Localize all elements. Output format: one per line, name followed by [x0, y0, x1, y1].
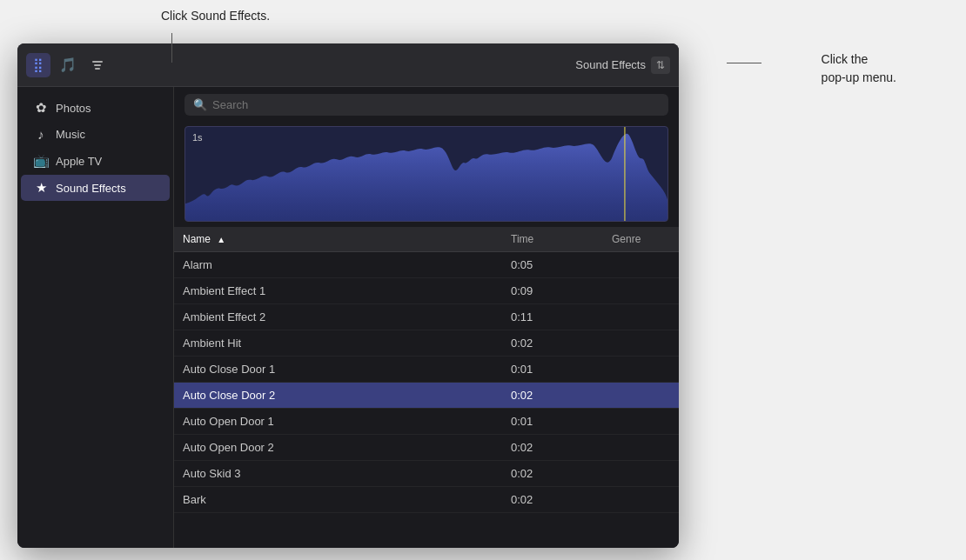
cell-genre [603, 435, 679, 461]
cell-genre [603, 278, 679, 304]
cell-genre [603, 383, 679, 409]
table-row[interactable]: Ambient Effect 1 0:09 [174, 278, 679, 304]
svg-rect-2 [95, 68, 100, 70]
table-row[interactable]: Alarm 0:05 [174, 252, 679, 278]
cell-genre [603, 487, 679, 513]
cell-name: Bark [174, 487, 502, 513]
annotation-line-right [727, 63, 761, 63]
annotation-right-line2: pop-up menu. [822, 70, 896, 84]
soundeffects-icon: ★ [33, 180, 49, 196]
svg-rect-0 [92, 61, 103, 63]
sidebar-label: Apple TV [56, 155, 102, 168]
cell-time: 0:02 [502, 487, 603, 513]
cell-name: Auto Close Door 1 [174, 357, 502, 383]
app-window: ⣿ 🎵 Sound Effects ⇅ ✿Photos♪Music📺Apple … [17, 43, 679, 548]
annotation-right-line1: Click the [822, 52, 869, 66]
cell-time: 0:05 [502, 252, 603, 278]
sidebar-label: Sound Effects [56, 182, 126, 195]
cell-name: Auto Close Door 2 [174, 383, 502, 409]
toolbar-music-icon[interactable]: 🎵 [56, 53, 80, 77]
cell-name: Auto Open Door 2 [174, 435, 502, 461]
waveform-container: 1s [184, 126, 668, 222]
cell-time: 0:02 [502, 435, 603, 461]
table-header-row: Name ▲ Time Genre [174, 227, 679, 252]
cell-genre [603, 409, 679, 435]
popup-arrows: ⇅ [656, 59, 665, 71]
main-panel: 🔍 1s [174, 87, 679, 548]
table-row[interactable]: Bark 0:02 [174, 487, 679, 513]
search-icon: 🔍 [193, 98, 207, 111]
col-header-name[interactable]: Name ▲ [174, 227, 502, 252]
cell-time: 0:11 [502, 304, 603, 330]
sidebar-item-photos[interactable]: ✿Photos [21, 95, 170, 121]
cell-name: Auto Skid 3 [174, 461, 502, 487]
col-header-genre[interactable]: Genre [603, 227, 679, 252]
cell-name: Ambient Effect 2 [174, 304, 502, 330]
search-input[interactable] [212, 98, 660, 111]
sidebar-item-apple-tv[interactable]: 📺Apple TV [21, 148, 170, 174]
search-bar: 🔍 [174, 87, 679, 123]
table-row[interactable]: Ambient Effect 2 0:11 [174, 304, 679, 330]
popup-menu-button[interactable]: ⇅ [651, 57, 670, 74]
music-icon: ♪ [33, 127, 49, 142]
waveform-svg [185, 127, 667, 221]
cell-genre [603, 461, 679, 487]
sidebar-label: Music [56, 128, 85, 141]
cell-time: 0:02 [502, 330, 603, 357]
table-row[interactable]: Auto Close Door 1 0:01 [174, 357, 679, 383]
cell-time: 0:01 [502, 409, 603, 435]
annotation-line-top [171, 33, 172, 63]
sound-effects-table: Name ▲ Time Genre Alarm 0:05 Ambient Eff… [174, 227, 679, 513]
table-body: Alarm 0:05 Ambient Effect 1 0:09 Ambient… [174, 252, 679, 513]
table-row[interactable]: Auto Close Door 2 0:02 [174, 383, 679, 409]
cell-genre [603, 252, 679, 278]
annotation-right: Click the pop-up menu. [822, 50, 896, 87]
sidebar-item-sound-effects[interactable]: ★Sound Effects [21, 175, 170, 201]
cell-name: Ambient Hit [174, 330, 502, 357]
toolbar: ⣿ 🎵 Sound Effects ⇅ [17, 43, 679, 87]
cell-time: 0:09 [502, 278, 603, 304]
cell-name: Auto Open Door 1 [174, 409, 502, 435]
table-wrap[interactable]: Name ▲ Time Genre Alarm 0:05 Ambient Eff… [174, 227, 679, 548]
col-header-time[interactable]: Time [502, 227, 603, 252]
annotation-top: Click Sound Effects. [161, 9, 270, 23]
svg-rect-1 [94, 64, 101, 66]
cell-genre [603, 304, 679, 330]
cell-genre [603, 357, 679, 383]
sidebar-item-music[interactable]: ♪Music [21, 122, 170, 147]
table-row[interactable]: Auto Open Door 2 0:02 [174, 435, 679, 461]
sidebar: ✿Photos♪Music📺Apple TV★Sound Effects [17, 87, 174, 548]
popup-label: Sound Effects [575, 58, 646, 71]
cell-time: 0:01 [502, 357, 603, 383]
table-row[interactable]: Auto Skid 3 0:02 [174, 461, 679, 487]
toolbar-grid-icon[interactable]: ⣿ [26, 53, 50, 77]
cell-time: 0:02 [502, 383, 603, 409]
cell-genre [603, 330, 679, 357]
popup-menu-area: Sound Effects ⇅ [575, 57, 670, 74]
content-area: ✿Photos♪Music📺Apple TV★Sound Effects 🔍 1… [17, 87, 679, 548]
table-row[interactable]: Ambient Hit 0:02 [174, 330, 679, 357]
table-row[interactable]: Auto Open Door 1 0:01 [174, 409, 679, 435]
sort-arrow: ▲ [217, 235, 225, 244]
waveform-time-label: 1s [192, 132, 203, 143]
cell-name: Alarm [174, 252, 502, 278]
sidebar-label: Photos [56, 102, 91, 115]
cell-name: Ambient Effect 1 [174, 278, 502, 304]
cell-time: 0:02 [502, 461, 603, 487]
appletv-icon: 📺 [33, 153, 49, 169]
photos-icon: ✿ [33, 100, 49, 116]
toolbar-text-icon[interactable] [85, 53, 110, 77]
search-input-wrap: 🔍 [184, 94, 668, 116]
